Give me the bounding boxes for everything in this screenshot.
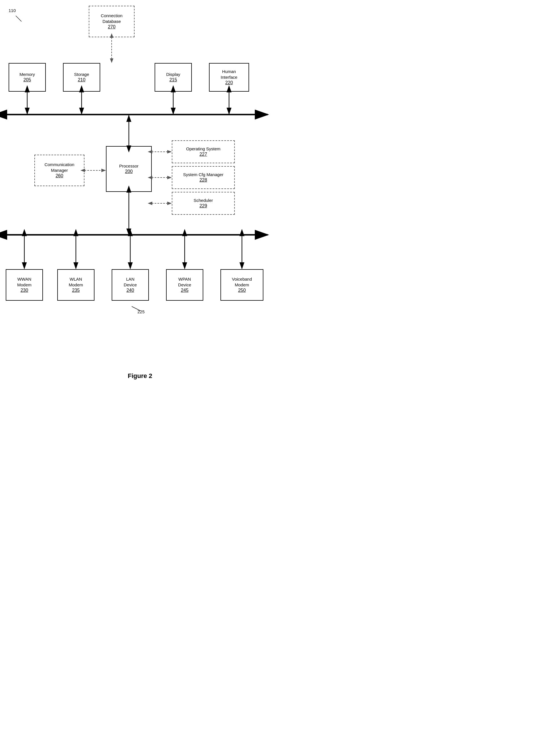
node-storage: Storage 210 (63, 63, 100, 92)
node-sys-cfg: System Cfg Manager 228 (172, 166, 235, 189)
ref-225: 225 (137, 309, 145, 314)
ref-110: 110 (8, 8, 16, 13)
node-lan: LANDevice 240 (112, 269, 149, 301)
node-voiceband: VoicebandModem 250 (220, 269, 263, 301)
node-human-interface: HumanInterface 220 (209, 63, 249, 92)
figure-label: Figure 2 (0, 372, 280, 385)
node-scheduler: Scheduler 229 (172, 192, 235, 215)
node-wpan: WPANDevice 245 (166, 269, 203, 301)
node-memory: Memory 205 (8, 63, 46, 92)
node-wlan: WLANModem 235 (57, 269, 95, 301)
node-processor: Processor 200 (106, 146, 152, 192)
ref-110-arrow (16, 16, 21, 21)
node-connection-db: ConnectionDatabase 270 (89, 6, 135, 37)
node-wwan: WWANModem 230 (6, 269, 43, 301)
node-os: Operating System 227 (172, 140, 235, 163)
node-display: Display 215 (155, 63, 192, 92)
node-comm-manager: CommunicationManager 260 (34, 155, 84, 186)
